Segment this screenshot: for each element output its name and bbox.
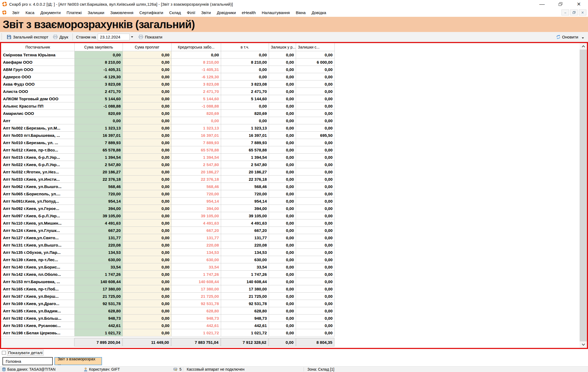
menu-item[interactable]: Звіти [198, 9, 214, 16]
table-row[interactable]: Апт №167 г.Киев, ул.Верш...21 725,000,00… [1, 293, 335, 300]
table-row[interactable]: Апт №198 г.Белая Церковь...1 021,720,001… [1, 329, 335, 337]
table-row[interactable]: Апт №124 г.Киев, ул.Глушк...667,200,0066… [1, 227, 335, 234]
menu-item[interactable]: Довідники [214, 9, 239, 16]
supplier-cell: Аква Фудз ООО [1, 80, 75, 88]
close-button[interactable]: × [570, 0, 588, 8]
table-row[interactable]: Апт №002 г.Березань, ул.М...1 323,130,00… [1, 124, 335, 132]
menu-item[interactable]: Філії [184, 9, 198, 16]
menu-item[interactable]: Склад [166, 9, 184, 16]
column-header[interactable]: Залишки с... [296, 43, 335, 51]
column-header[interactable]: Кредиторська забо... [172, 43, 221, 51]
balance-s-cell: 0,00 [296, 293, 335, 300]
refresh-button[interactable]: Оновити [554, 33, 580, 41]
table-row[interactable]: Апт №091г.Киев, ул.Попуд...954,140,00954… [1, 198, 335, 205]
totals-value-cell: 0,00 [269, 338, 295, 347]
window-tab[interactable]: Звіт з взаєморозрах ... [54, 357, 102, 365]
table-row[interactable]: Апт №135 г.Обухов, ул.Пар...134,530,0013… [1, 249, 335, 256]
toolbar-grip-handle[interactable] [1, 34, 2, 40]
table-row[interactable]: Апт №015 г.Киев, б-р.Л.Укр...1 394,540,0… [1, 154, 335, 161]
table-row[interactable]: АЛКОМ Торговый дом ООО5 144,600,005 144,… [1, 95, 335, 102]
scroll-up-button[interactable] [580, 43, 587, 50]
show-details-label[interactable]: Показувати деталі [7, 350, 44, 355]
window-tab[interactable]: Головна [2, 357, 53, 365]
purchases-cell: 16 397,01 [75, 132, 123, 139]
show-label: Показати [145, 35, 162, 39]
vertical-scrollbar[interactable] [580, 43, 587, 348]
scroll-down-button[interactable] [580, 341, 587, 348]
table-row[interactable]: Аква Фудз ООО3 823,080,003 823,083 823,0… [1, 80, 335, 88]
balance-s-cell: 0,00 [296, 168, 335, 176]
print-button[interactable]: Друк [51, 34, 70, 40]
table-row[interactable]: Апт0,000,000,000,000,000,00 [1, 117, 335, 124]
mdi-minimize-button[interactable]: – [561, 9, 569, 15]
table-row[interactable]: Апт №097 г.Киев, б-р.Л.Укр...39 105,000,… [1, 212, 335, 219]
minimize-button[interactable]: — [533, 0, 551, 8]
date-dropdown-button[interactable] [130, 34, 134, 40]
table-row[interactable]: Амарилис ООО820,690,00820,69820,690,000,… [1, 110, 335, 117]
menu-item[interactable]: Вікна [293, 9, 309, 16]
including-cell: 220,08 [221, 241, 269, 249]
menu-item[interactable]: Замовлення [107, 9, 136, 16]
menu-item[interactable]: Налаштування [259, 9, 293, 16]
refresh-dropdown-button[interactable] [580, 35, 585, 41]
table-row[interactable]: Смірнова Тетяна Юрьівна0,000,000,000,000… [1, 51, 335, 59]
including-cell: 65 578,88 [221, 146, 269, 154]
report-grid-area: ПостачальникСума закупівельСума проплатК… [0, 42, 588, 349]
table-row[interactable]: Апт №139 г.Киев, пр-т.Лес...630,000,0063… [1, 256, 335, 263]
menu-item[interactable]: Сертифікати [136, 9, 166, 16]
table-row[interactable]: Апт №140 г.Киев, ул.Борис...33,540,0033,… [1, 263, 335, 271]
table-row[interactable]: Алиста ООО2 471,700,002 471,702 471,700,… [1, 88, 335, 95]
mdi-restore-button[interactable] [570, 9, 578, 15]
purchases-cell: 2 547,80 [75, 161, 123, 168]
table-row[interactable]: Альянс Красоты ПП-1 088,880,00-1 088,880… [1, 102, 335, 110]
table-row[interactable]: Апт №127 г.Киев,ул.Свято...131,770,00131… [1, 234, 335, 241]
table-row[interactable]: Апт №062 г.Киев, ул.Вышго...568,460,0056… [1, 183, 335, 190]
creditor-debt-cell: 394,00 [172, 205, 221, 212]
menu-item[interactable]: eHealth [239, 9, 259, 16]
column-header[interactable]: в т.ч. [221, 43, 269, 51]
general-export-button[interactable]: Загальний експорт [5, 34, 51, 40]
report-date-input[interactable]: 23.12.2024 [98, 34, 130, 40]
menu-item[interactable]: Довідка [308, 9, 329, 16]
table-row[interactable]: Апт №012 г.Киев, пр-т.Воз...65 578,880,0… [1, 146, 335, 154]
table-row[interactable]: Апт №092 г.Киев, ул.Герое...394,000,0039… [1, 205, 335, 212]
show-details-checkbox[interactable] [2, 351, 6, 355]
table-row[interactable]: Апт №153 пгт.Барышевка, ...140 608,440,0… [1, 278, 335, 285]
table-row[interactable]: Апт №065 г.Борисполь, ул....720,000,0072… [1, 190, 335, 198]
purchases-cell: 17 380,00 [75, 285, 123, 293]
menu-item[interactable]: Платежі [64, 9, 85, 16]
table-row[interactable]: Авефарм ООО8 210,000,008 210,008 210,000… [1, 59, 335, 66]
table-row[interactable]: Апт №142 г.Киев, пл.Оболо...1 747,260,00… [1, 271, 335, 278]
scrollbar-track[interactable] [580, 50, 587, 341]
payments-cell: 0,00 [123, 168, 172, 176]
column-header[interactable]: Сума проплат [123, 43, 172, 51]
table-row[interactable]: Апт №010 г.Березань, ул. ...7 889,930,00… [1, 139, 335, 146]
table-row[interactable]: Апт №003 пгт.Барышевка, ...16 397,010,00… [1, 132, 335, 139]
table-row[interactable]: Апт №022 г.Киев, б-р.Л.Укр...2 547,800,0… [1, 161, 335, 168]
balance-r-cell: 0,00 [269, 139, 296, 146]
payments-cell: 0,00 [123, 234, 172, 241]
menu-item[interactable]: Каса [22, 9, 37, 16]
menu-item[interactable]: Звіт [9, 9, 22, 16]
table-row[interactable]: Апт №110 г.Киев, ул.Мишин...4 491,630,00… [1, 219, 335, 227]
table-row[interactable]: АВМ Груп ООО-1 405,310,00-1 405,310,000,… [1, 66, 335, 73]
column-header[interactable]: Постачальник [1, 43, 75, 51]
table-row[interactable]: Апт №185 г.Киев, ул.Вадим...628,800,0062… [1, 307, 335, 315]
menu-item[interactable]: Документи [37, 9, 64, 16]
table-row[interactable]: Адверсо ООО-6 129,300,00-6 129,300,000,0… [1, 73, 335, 80]
column-header[interactable]: Залишок у р... [269, 43, 296, 51]
creditor-debt-cell: 8 210,00 [172, 59, 221, 66]
column-header[interactable]: Сума закупівель [75, 43, 123, 51]
table-row[interactable]: Апт №165 г.Киев, пр-т.Поб...17 380,000,0… [1, 285, 335, 293]
table-row[interactable]: Апт №193 г.Киев, Русановс...442,610,0044… [1, 322, 335, 329]
mdi-close-button[interactable]: ✕ [579, 9, 586, 15]
restore-button[interactable] [551, 0, 570, 8]
table-row[interactable]: Апт №032 г.Яготин, ул.Нез...20 186,270,0… [1, 168, 335, 176]
balance-r-cell: 0,00 [269, 102, 296, 110]
show-button[interactable]: Показати [136, 34, 165, 40]
table-row[interactable]: Апт №131 г.Киев, ул.Вышго...220,080,0022… [1, 241, 335, 249]
menu-item[interactable]: Залишки [85, 9, 107, 16]
table-row[interactable]: Апт №169 г.Киев, ул.Драго...92 531,780,0… [1, 300, 335, 307]
table-row[interactable]: Апт №033 г.Киев, ул.Инсти...22 376,180,0… [1, 176, 335, 183]
table-row[interactable]: Апт №192 г.Киев, ул.Больш...948,730,0094… [1, 315, 335, 322]
